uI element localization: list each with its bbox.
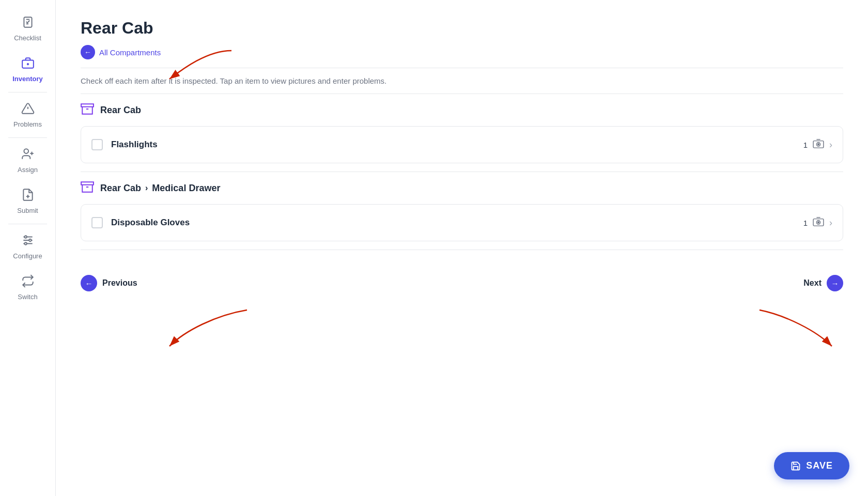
main-content: Rear Cab ← All Compartments Check off ea…: [56, 0, 868, 496]
flashlights-checkbox[interactable]: [91, 139, 103, 150]
sidebar-configure-label: Configure: [13, 252, 42, 260]
sidebar: Checklist Inventory Problems: [0, 0, 56, 496]
item-right-flashlights: 1 ›: [803, 139, 832, 151]
sidebar-item-switch[interactable]: Switch: [0, 267, 55, 308]
bottom-navigation: ← Previous Next →: [81, 267, 843, 291]
item-row-flashlights[interactable]: Flashlights 1 ›: [81, 126, 843, 163]
item-left-gloves: Disposable Gloves: [91, 217, 190, 228]
inventory-icon: [21, 56, 35, 72]
back-link-label: All Compartments: [99, 48, 161, 57]
sidebar-divider-2: [8, 137, 47, 138]
bottom-divider: [81, 250, 843, 250]
sidebar-assign-label: Assign: [18, 166, 38, 174]
next-button[interactable]: Next →: [803, 275, 843, 291]
gloves-checkbox[interactable]: [91, 217, 103, 228]
section-rear-cab-header: Rear Cab: [81, 102, 843, 118]
gloves-image-icon: [813, 217, 824, 229]
sidebar-item-problems[interactable]: Problems: [0, 95, 55, 135]
sidebar-divider-3: [8, 224, 47, 224]
annotation-arrow-3: [744, 305, 847, 357]
svg-point-17: [29, 239, 31, 241]
configure-icon: [21, 234, 35, 249]
assign-icon: [21, 147, 35, 163]
page-title: Rear Cab: [81, 19, 843, 38]
previous-button[interactable]: ← Previous: [81, 275, 137, 291]
problems-icon: [21, 102, 35, 117]
save-icon: [791, 461, 801, 471]
breadcrumb-chevron: ›: [145, 183, 148, 193]
section-divider: [81, 172, 843, 172]
sidebar-divider-1: [8, 92, 47, 92]
svg-point-8: [24, 149, 28, 153]
flashlights-label: Flashlights: [111, 140, 158, 150]
svg-point-23: [818, 144, 819, 145]
switch-icon: [21, 274, 35, 290]
gloves-label: Disposable Gloves: [111, 218, 190, 228]
next-label: Next: [803, 278, 822, 288]
instructions-divider: [81, 94, 843, 94]
svg-point-28: [818, 222, 819, 223]
section-rear-cab-title: Rear Cab: [100, 105, 141, 116]
gloves-count: 1: [803, 219, 808, 227]
flashlights-image-icon: [813, 139, 824, 151]
annotation-arrow-2: [154, 305, 257, 357]
checklist-icon: [21, 16, 35, 31]
flashlights-chevron: ›: [829, 140, 832, 150]
save-button[interactable]: SAVE: [774, 452, 849, 479]
previous-arrow-circle: ←: [81, 275, 97, 291]
section-breadcrumb: Rear Cab › Medical Drawer: [100, 183, 220, 194]
previous-label: Previous: [102, 278, 137, 288]
flashlights-count: 1: [803, 141, 808, 149]
sidebar-checklist-label: Checklist: [14, 34, 41, 42]
item-row-disposable-gloves[interactable]: Disposable Gloves 1 ›: [81, 204, 843, 241]
section-tray-icon: [81, 102, 94, 118]
section-medical-drawer-header: Rear Cab › Medical Drawer: [81, 180, 843, 196]
sidebar-item-assign[interactable]: Assign: [0, 140, 55, 181]
svg-point-16: [24, 236, 26, 238]
svg-rect-24: [81, 182, 94, 184]
header-divider: [81, 68, 843, 68]
sidebar-item-configure[interactable]: Configure: [0, 226, 55, 267]
back-arrow-circle: ←: [81, 45, 95, 59]
sidebar-item-inventory[interactable]: Inventory: [0, 49, 55, 90]
sidebar-item-submit[interactable]: Submit: [0, 181, 55, 222]
svg-rect-19: [81, 104, 94, 106]
svg-point-18: [24, 242, 26, 244]
breadcrumb-medical-drawer: Medical Drawer: [152, 183, 220, 194]
save-label: SAVE: [806, 460, 833, 471]
breadcrumb-rear-cab: Rear Cab: [100, 183, 141, 194]
back-link[interactable]: ← All Compartments: [81, 45, 843, 59]
sidebar-switch-label: Switch: [18, 293, 37, 301]
submit-icon: [21, 188, 35, 204]
section-tray-icon-2: [81, 180, 94, 196]
instructions-text: Check off each item after it is inspecte…: [81, 76, 843, 85]
sidebar-problems-label: Problems: [13, 120, 42, 128]
sidebar-inventory-label: Inventory: [12, 75, 43, 83]
item-right-gloves: 1 ›: [803, 217, 832, 229]
next-arrow-circle: →: [827, 275, 843, 291]
item-left-flashlights: Flashlights: [91, 139, 158, 150]
sidebar-item-checklist[interactable]: Checklist: [0, 8, 55, 49]
gloves-chevron: ›: [829, 218, 832, 228]
sidebar-submit-label: Submit: [17, 207, 38, 214]
